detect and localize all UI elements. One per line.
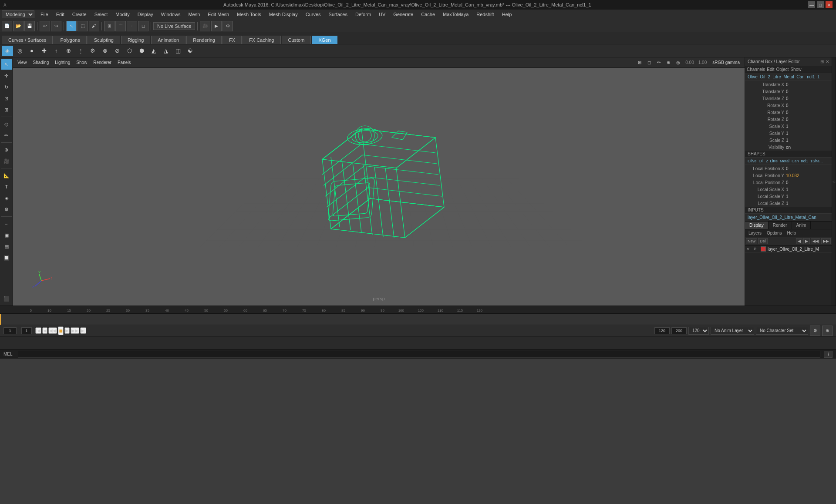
prop-rotate-y[interactable]: Rotate Y 0 xyxy=(745,109,832,116)
first-frame-btn[interactable]: |◀ xyxy=(35,327,42,334)
current-frame-field[interactable] xyxy=(3,327,17,334)
layer-row[interactable]: V P layer_Olive_Oil_2_Litre_M xyxy=(745,245,832,253)
vp-tb-icon4[interactable]: ⊕ xyxy=(664,59,673,66)
tb-save[interactable]: 💾 xyxy=(24,21,35,31)
tab-sculpting[interactable]: Sculpting xyxy=(88,36,120,44)
tool-cluster[interactable]: ⚙ xyxy=(1,204,12,215)
anim-layer-selector[interactable]: No Anim Layer xyxy=(711,327,754,335)
xgen-btn-14[interactable]: ◮ xyxy=(160,46,172,56)
tb-snap-curve[interactable]: ⌒ xyxy=(115,21,126,31)
prop-local-scale-x[interactable]: Local Scale X 1 xyxy=(745,186,832,193)
xgen-btn-12[interactable]: ⬢ xyxy=(136,46,147,56)
menu-select[interactable]: Select xyxy=(91,11,111,18)
xgen-btn-16[interactable]: ☯ xyxy=(185,46,196,56)
menu-mesh-tools[interactable]: Mesh Tools xyxy=(233,11,264,18)
xgen-btn-7[interactable]: ⋮ xyxy=(75,46,86,56)
tool-select[interactable]: ↖ xyxy=(1,59,12,70)
tool-bottom[interactable]: ⬛ xyxy=(1,293,12,304)
prop-scale-y[interactable]: Scale Y 1 xyxy=(745,130,832,137)
last-frame-btn[interactable]: ▶| xyxy=(80,327,87,334)
xgen-btn-10[interactable]: ⊘ xyxy=(111,46,123,56)
tool-extra1[interactable]: ≡ xyxy=(1,218,12,229)
tool-extra4[interactable]: 🔲 xyxy=(1,252,12,263)
tool-text[interactable]: T xyxy=(1,181,12,192)
prop-local-pos-z[interactable]: Local Position Z 0 xyxy=(745,179,832,186)
prop-local-scale-z[interactable]: Local Scale Z 1 xyxy=(745,200,832,207)
tool-soft-sel[interactable]: ◎ xyxy=(1,119,12,129)
vp-tb-icon1[interactable]: ⊞ xyxy=(635,59,644,66)
mode-selector[interactable]: Modeling xyxy=(2,10,34,18)
xgen-btn-13[interactable]: ◭ xyxy=(148,46,159,56)
xgen-btn-11[interactable]: ⬡ xyxy=(124,46,135,56)
channels-label[interactable]: Channels xyxy=(747,67,765,72)
vp-tb-icon3[interactable]: ✏ xyxy=(654,59,663,66)
maximize-button[interactable]: □ xyxy=(817,1,824,8)
prop-local-pos-x[interactable]: Local Position X 0 xyxy=(745,165,832,172)
tb-settings[interactable]: ⚙ xyxy=(222,21,233,31)
play-back-btn[interactable]: ◀◀ xyxy=(48,327,57,334)
step-back-btn[interactable]: ◀ xyxy=(42,327,47,334)
tb-undo[interactable]: ↩ xyxy=(40,21,50,31)
tab-anim[interactable]: Anim xyxy=(792,222,811,229)
status-info-btn[interactable]: ℹ xyxy=(824,351,833,358)
menu-surfaces[interactable]: Surfaces xyxy=(325,11,351,18)
tab-display[interactable]: Display xyxy=(745,222,769,229)
xgen-btn-6[interactable]: ⊕ xyxy=(63,46,74,56)
menu-mesh-display[interactable]: Mesh Display xyxy=(266,11,301,18)
menu-create[interactable]: Create xyxy=(69,11,90,18)
vp-tb-icon5[interactable]: ◎ xyxy=(674,59,683,66)
xgen-btn-1[interactable]: ◈ xyxy=(2,46,13,56)
prop-rotate-x[interactable]: Rotate X 0 xyxy=(745,102,832,109)
help-menu[interactable]: Help xyxy=(785,230,798,236)
minimize-button[interactable]: — xyxy=(808,1,815,8)
vp-panels-menu[interactable]: Panels xyxy=(115,59,134,66)
menu-windows[interactable]: Windows xyxy=(158,11,184,18)
prop-scale-z[interactable]: Scale Z 1 xyxy=(745,137,832,144)
show-label[interactable]: Show xyxy=(790,67,801,72)
panel-close[interactable]: ✕ xyxy=(826,59,829,64)
menu-help[interactable]: Help xyxy=(499,11,516,18)
menu-display[interactable]: Display xyxy=(134,11,157,18)
prop-translate-z[interactable]: Translate Z 0 xyxy=(745,95,832,102)
menu-uv[interactable]: UV xyxy=(375,11,389,18)
anim-settings-btn[interactable]: ⚙ xyxy=(810,326,820,336)
layers-menu[interactable]: Layers xyxy=(747,230,763,236)
vp-gamma-selector[interactable]: sRGB gamma xyxy=(709,59,743,66)
stop-btn[interactable]: ■ xyxy=(58,326,63,335)
xgen-btn-2[interactable]: ◎ xyxy=(14,46,25,56)
xgen-btn-8[interactable]: ⚙ xyxy=(87,46,98,56)
tb-snap-surface[interactable]: ◻ xyxy=(138,21,148,31)
tab-animation[interactable]: Animation xyxy=(151,36,185,44)
end-frame-field[interactable] xyxy=(654,327,670,334)
object-label[interactable]: Object xyxy=(776,67,789,72)
vp-renderer-menu[interactable]: Renderer xyxy=(91,59,114,66)
menu-cache[interactable]: Cache xyxy=(418,11,438,18)
prop-local-scale-y[interactable]: Local Scale Y 1 xyxy=(745,193,832,200)
step-fwd-btn[interactable]: ▶▶ xyxy=(71,327,79,334)
xgen-btn-5[interactable]: ↑ xyxy=(51,46,62,56)
prop-translate-y[interactable]: Translate Y 0 xyxy=(745,88,832,95)
total-frames-field[interactable] xyxy=(671,327,687,334)
prop-visibility[interactable]: Visibility on xyxy=(745,144,832,151)
options-menu[interactable]: Options xyxy=(765,230,783,236)
tb-render[interactable]: ▶ xyxy=(211,21,222,31)
tb-select[interactable]: ↖ xyxy=(66,21,77,31)
edit-label[interactable]: Edit xyxy=(767,67,774,72)
vp-view-menu[interactable]: View xyxy=(15,59,30,66)
tab-polygons[interactable]: Polygons xyxy=(54,36,86,44)
xgen-btn-4[interactable]: ✚ xyxy=(38,46,50,56)
tool-move[interactable]: ✛ xyxy=(1,71,12,81)
menu-curves[interactable]: Curves xyxy=(302,11,324,18)
tab-fx-caching[interactable]: FX Caching xyxy=(243,36,280,44)
layer-fwd2-btn[interactable]: ▶▶ xyxy=(821,238,831,244)
vp-shading-menu[interactable]: Shading xyxy=(30,59,52,66)
tab-custom[interactable]: Custom xyxy=(282,36,311,44)
tab-rendering[interactable]: Rendering xyxy=(186,36,222,44)
menu-edit[interactable]: Edit xyxy=(53,11,68,18)
fps-selector[interactable]: 120 xyxy=(688,327,709,335)
play-fwd-btn[interactable]: ▶ xyxy=(64,327,70,334)
tab-curves-surfaces[interactable]: Curves / Surfaces xyxy=(2,36,53,44)
menu-redshift[interactable]: Redshift xyxy=(473,11,497,18)
prop-local-pos-y[interactable]: Local Position Y 10.082 xyxy=(745,172,832,179)
vp-show-menu[interactable]: Show xyxy=(74,59,90,66)
